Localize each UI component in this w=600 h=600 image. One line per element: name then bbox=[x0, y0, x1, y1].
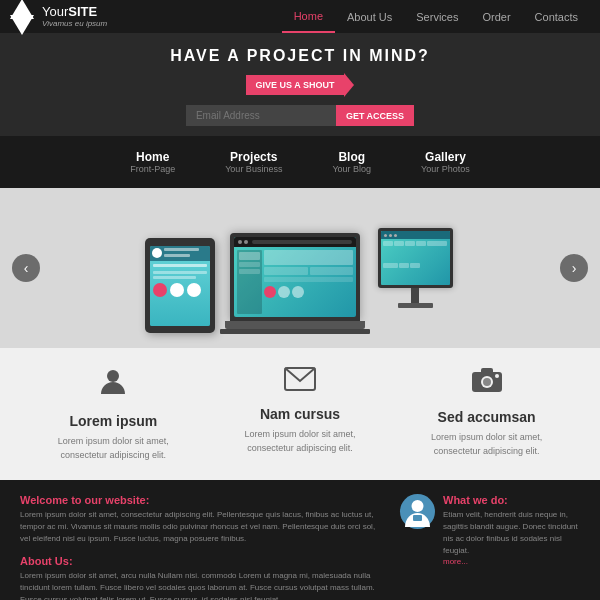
feature-2-desc: Lorem ipsum dolor sit amet, consectetur … bbox=[220, 428, 380, 455]
footer-whatwedo-section: What we do: Etiam velit, hendrerit duis … bbox=[443, 494, 580, 566]
camera-icon bbox=[407, 366, 567, 401]
get-access-button[interactable]: GET ACCESS bbox=[336, 105, 414, 126]
svg-point-0 bbox=[107, 370, 119, 382]
tablet-mockup bbox=[145, 238, 215, 333]
logo-area: YourSITE Vivamus eu ipsum bbox=[10, 0, 107, 35]
footer-welcome-section: Welcome to our website: Lorem ipsum dolo… bbox=[20, 494, 380, 545]
footer: Welcome to our website: Lorem ipsum dolo… bbox=[0, 480, 600, 600]
envelope-icon bbox=[220, 366, 380, 398]
header: YourSITE Vivamus eu ipsum Home About Us … bbox=[0, 0, 600, 33]
feature-3-title: Sed accumsan bbox=[407, 409, 567, 425]
slider-prev-button[interactable]: ‹ bbox=[12, 254, 40, 282]
nav-services[interactable]: Services bbox=[404, 0, 470, 33]
footer-whatwedo-more[interactable]: more... bbox=[443, 557, 580, 566]
subnav-blog[interactable]: Blog Your Blog bbox=[307, 144, 396, 180]
svg-point-6 bbox=[495, 374, 499, 378]
slider-next-button[interactable]: › bbox=[560, 254, 588, 282]
footer-about-title: About Us: bbox=[20, 555, 380, 567]
logo-text: YourSITE bbox=[42, 5, 107, 19]
footer-left: Welcome to our website: Lorem ipsum dolo… bbox=[20, 494, 380, 600]
features-section: Lorem ipsum Lorem ipsum dolor sit amet, … bbox=[0, 348, 600, 480]
feature-3-desc: Lorem ipsum dolor sit amet, consectetur … bbox=[407, 431, 567, 458]
hero-section: HAVE A PROJECT IN MIND? GIVE US A SHOUT … bbox=[0, 33, 600, 136]
feature-1-desc: Lorem ipsum dolor sit amet, consectetur … bbox=[33, 435, 193, 462]
feature-1: Lorem ipsum Lorem ipsum dolor sit amet, … bbox=[33, 366, 193, 462]
monitor-mockup bbox=[375, 228, 455, 328]
slider: ‹ bbox=[0, 188, 600, 348]
svg-point-4 bbox=[483, 378, 491, 386]
footer-whatwedo-title: What we do: bbox=[443, 494, 580, 506]
feature-2-title: Nam cursus bbox=[220, 406, 380, 422]
svg-rect-8 bbox=[413, 515, 422, 521]
svg-point-7 bbox=[412, 500, 424, 512]
email-input[interactable] bbox=[186, 105, 336, 126]
laptop-mockup bbox=[225, 233, 365, 343]
footer-welcome-title: Welcome to our website: bbox=[20, 494, 380, 506]
nav-about[interactable]: About Us bbox=[335, 0, 404, 33]
person-icon bbox=[33, 366, 193, 405]
subnav-gallery[interactable]: Gallery Your Photos bbox=[396, 144, 495, 180]
nav-order[interactable]: Order bbox=[470, 0, 522, 33]
nav-home[interactable]: Home bbox=[282, 0, 335, 33]
nav: Home About Us Services Order Contacts bbox=[282, 0, 590, 33]
svg-rect-5 bbox=[481, 368, 493, 374]
subnav: Home Front-Page Projects Your Business B… bbox=[0, 136, 600, 188]
device-mockups bbox=[145, 193, 455, 343]
subnav-home[interactable]: Home Front-Page bbox=[105, 144, 200, 180]
hero-title: HAVE A PROJECT IN MIND? bbox=[0, 47, 600, 65]
footer-whatwedo-text: Etiam velit, hendrerit duis neque in, sa… bbox=[443, 509, 580, 557]
nav-contacts[interactable]: Contacts bbox=[523, 0, 590, 33]
footer-about-text: Lorem ipsum dolor sit amet, arcu nulla N… bbox=[20, 570, 380, 600]
feature-2: Nam cursus Lorem ipsum dolor sit amet, c… bbox=[220, 366, 380, 462]
footer-avatar bbox=[400, 494, 435, 529]
feature-1-title: Lorem ipsum bbox=[33, 413, 193, 429]
feature-3: Sed accumsan Lorem ipsum dolor sit amet,… bbox=[407, 366, 567, 462]
footer-right: What we do: Etiam velit, hendrerit duis … bbox=[400, 494, 580, 600]
footer-avatar-row: What we do: Etiam velit, hendrerit duis … bbox=[400, 494, 580, 566]
hero-email-row: GET ACCESS bbox=[0, 105, 600, 126]
hero-cta-text: GIVE US A SHOUT bbox=[246, 75, 345, 95]
footer-welcome-text: Lorem ipsum dolor sit amet, consectetur … bbox=[20, 509, 380, 545]
footer-about-section: About Us: Lorem ipsum dolor sit amet, ar… bbox=[20, 555, 380, 600]
hero-cta-row: GIVE US A SHOUT bbox=[0, 73, 600, 97]
subnav-projects[interactable]: Projects Your Business bbox=[200, 144, 307, 180]
logo-tagline: Vivamus eu ipsum bbox=[42, 19, 107, 28]
